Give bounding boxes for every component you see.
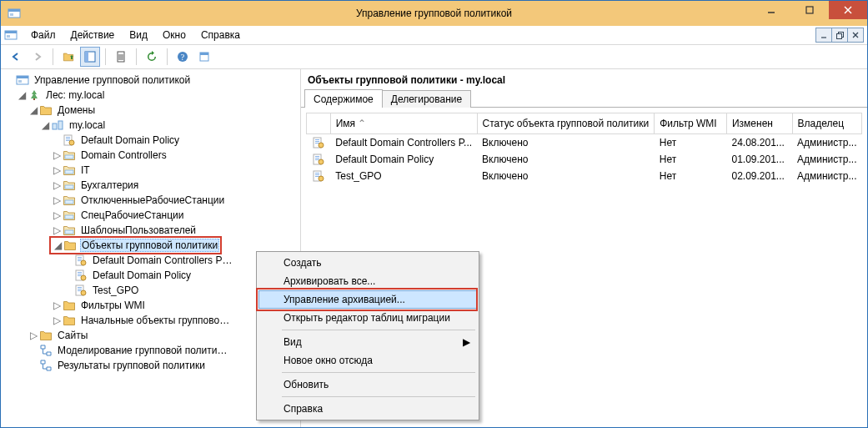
minimize-button[interactable]: [752, 1, 790, 19]
ou-icon: [63, 209, 76, 222]
tree-ddp-link[interactable]: Default Domain Policy: [4, 133, 300, 148]
titlebar: Управление групповой политикой: [1, 1, 867, 26]
tree-disabled[interactable]: ▷ОтключенныеРабочиеСтанции: [4, 193, 300, 208]
svg-rect-30: [200, 53, 208, 55]
menu-action[interactable]: Действие: [64, 28, 122, 43]
back-button[interactable]: [6, 47, 26, 67]
menu-file[interactable]: Файл: [24, 28, 63, 43]
menu-view[interactable]: Вид: [123, 28, 154, 43]
refresh-button[interactable]: [142, 47, 162, 67]
ou-icon: [63, 149, 76, 162]
tab-contents[interactable]: Содержимое: [304, 89, 383, 108]
table-row[interactable]: Default Domain PolicyВключеноНет01.09.20…: [307, 151, 862, 168]
forward-button[interactable]: [28, 47, 48, 67]
gpo-icon: [74, 254, 88, 267]
ou-icon: [63, 164, 76, 177]
detail-header: Объекты групповой политики - my.local: [301, 69, 867, 89]
gpo-icon: [312, 169, 325, 183]
ctx-migration[interactable]: Открыть редактор таблиц миграции: [258, 309, 477, 327]
ctx-manage-backups[interactable]: Управление архивацией...: [258, 290, 477, 309]
mdi-restore-button[interactable]: [831, 28, 848, 43]
col-changed[interactable]: Изменен: [726, 113, 792, 134]
svg-rect-18: [836, 33, 841, 38]
toolbar: ?: [1, 45, 867, 69]
domain-icon: [51, 118, 64, 132]
delete-button[interactable]: [111, 47, 131, 67]
gpo-icon: [312, 136, 325, 149]
properties-button[interactable]: [194, 47, 214, 67]
mmc-icon: [16, 73, 29, 87]
close-button[interactable]: [829, 1, 867, 19]
table-row[interactable]: Test_GPOВключеноНет02.09.201...Администр…: [307, 168, 862, 184]
folder-icon: [63, 239, 77, 252]
mdi-minimize-button[interactable]: [815, 28, 832, 43]
menu-help[interactable]: Справка: [194, 28, 247, 43]
context-menu: Создать Архивировать все... Управление а…: [256, 251, 479, 420]
tab-delegation[interactable]: Делегирование: [382, 90, 471, 108]
folder-icon: [63, 299, 76, 312]
maximize-button[interactable]: [790, 1, 829, 19]
folder-icon: [39, 329, 53, 342]
gpo-icon: [312, 153, 325, 166]
col-owner[interactable]: Владелец: [792, 113, 861, 134]
table-row[interactable]: Default Domain Controllers P...ВключеноН…: [307, 134, 862, 152]
ctx-refresh[interactable]: Обновить: [258, 375, 477, 394]
forest-icon: [28, 88, 41, 102]
menubar: Файл Действие Вид Окно Справка: [1, 26, 867, 45]
col-name[interactable]: Имя ⌃: [330, 113, 477, 134]
ou-icon: [63, 194, 76, 207]
folder-icon: [39, 103, 53, 117]
up-button[interactable]: [58, 47, 78, 67]
gpo-table: Имя ⌃ Статус объекта групповой политики …: [306, 113, 862, 184]
tree-accounting[interactable]: ▷Бухгалтерия: [4, 178, 300, 193]
chevron-right-icon: ▶: [463, 336, 470, 348]
help-button[interactable]: ?: [173, 47, 193, 67]
tree-domain[interactable]: ◢my.local: [4, 118, 300, 133]
tree-forest[interactable]: ◢Лес: my.local: [4, 88, 300, 103]
svg-rect-13: [806, 7, 813, 13]
svg-text:?: ?: [181, 53, 185, 62]
tree-it[interactable]: ▷IT: [4, 163, 300, 178]
ctx-new-window[interactable]: Новое окно отсюда: [258, 351, 477, 370]
show-tree-button[interactable]: [80, 47, 100, 67]
menu-window[interactable]: Окно: [156, 28, 193, 43]
ou-icon: [63, 179, 76, 192]
svg-rect-22: [85, 52, 88, 62]
col-icon[interactable]: [307, 113, 331, 134]
ctx-view[interactable]: Вид▶: [258, 333, 477, 351]
col-wmi[interactable]: Фильтр WMI: [655, 113, 727, 134]
gpo-icon: [74, 269, 88, 282]
col-status[interactable]: Статус объекта групповой политики: [477, 113, 655, 134]
gpo-icon: [63, 133, 76, 147]
gpo-icon: [74, 284, 88, 297]
tree-root[interactable]: Управление групповой политикой: [4, 73, 300, 88]
ctx-backup-all[interactable]: Архивировать все...: [258, 272, 477, 290]
tree-dc[interactable]: ▷Domain Controllers: [4, 148, 300, 163]
tree-domains[interactable]: ◢Домены: [4, 103, 300, 118]
ctx-create[interactable]: Создать: [258, 254, 477, 272]
ctx-help[interactable]: Справка: [258, 400, 477, 418]
mmc-icon: [4, 28, 18, 42]
window-title: Управление групповой политикой: [1, 1, 867, 26]
tree-icon: [39, 344, 53, 357]
mdi-close-button[interactable]: [847, 28, 864, 43]
folder-icon: [63, 314, 76, 327]
ou-icon: [63, 224, 76, 237]
tree-icon: [39, 359, 53, 372]
tree-spec[interactable]: ▷СпецРабочиеСтанции: [4, 208, 300, 223]
